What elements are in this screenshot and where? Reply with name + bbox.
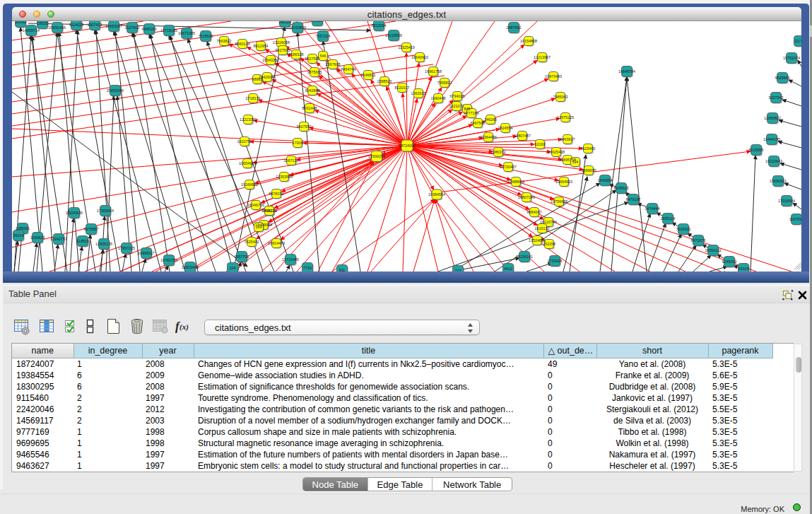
svg-text:10654923: 10654923 [239, 161, 256, 165]
svg-text:9657791: 9657791 [235, 255, 249, 259]
svg-text:1156829: 1156829 [30, 235, 45, 240]
svg-text:95113: 95113 [312, 21, 323, 23]
svg-text:19654923: 19654923 [555, 180, 572, 184]
svg-text:19756928: 19756928 [551, 199, 567, 204]
svg-text:9427552: 9427552 [297, 124, 312, 129]
svg-text:11172: 11172 [794, 39, 801, 43]
svg-text:16648784: 16648784 [618, 69, 635, 74]
svg-text:2367608: 2367608 [326, 62, 341, 66]
svg-text:18724007: 18724007 [399, 144, 416, 148]
svg-text:15692921: 15692921 [770, 179, 787, 183]
svg-text:911: 911 [339, 268, 346, 271]
svg-text:16120746: 16120746 [540, 220, 557, 224]
svg-text:17957225: 17957225 [118, 246, 135, 250]
svg-text:23420046: 23420046 [259, 75, 276, 79]
svg-text:1362615: 1362615 [411, 91, 426, 95]
svg-text:9114023: 9114023 [69, 23, 84, 27]
svg-text:12505135: 12505135 [95, 242, 112, 246]
svg-text:11325419: 11325419 [398, 45, 415, 49]
svg-text:12975125: 12975125 [557, 115, 574, 119]
svg-text:19384554: 19384554 [428, 192, 445, 197]
svg-text:1527602: 1527602 [125, 25, 140, 30]
svg-text:8813054: 8813054 [372, 23, 387, 28]
svg-text:7625402: 7625402 [245, 240, 259, 244]
svg-text:3824554: 3824554 [498, 126, 513, 130]
svg-text:9463627: 9463627 [560, 137, 575, 141]
svg-text:1621072: 1621072 [449, 104, 464, 108]
svg-text:10719185: 10719185 [160, 28, 177, 33]
svg-text:9527505: 9527505 [305, 57, 320, 61]
svg-text:18535: 18535 [37, 21, 48, 25]
svg-text:7632621: 7632621 [676, 227, 691, 231]
svg-text:114519: 114519 [76, 239, 89, 243]
svg-text:1185061: 1185061 [16, 226, 30, 230]
svg-text:14055714: 14055714 [23, 28, 40, 33]
svg-text:8186328: 8186328 [289, 52, 304, 57]
svg-text:15751074: 15751074 [783, 56, 800, 60]
svg-text:25053346: 25053346 [107, 88, 124, 93]
svg-text:12093822: 12093822 [764, 116, 781, 120]
svg-text:9242848: 9242848 [305, 88, 320, 93]
svg-text:20691406: 20691406 [49, 25, 66, 30]
svg-text:16782759: 16782759 [160, 258, 177, 262]
svg-text:9115460: 9115460 [581, 146, 596, 151]
svg-text:10807487: 10807487 [514, 134, 531, 138]
svg-text:1990448: 1990448 [431, 96, 446, 100]
svg-text:63119: 63119 [739, 267, 749, 271]
svg-text:7955812: 7955812 [437, 81, 452, 85]
svg-text:9529966: 9529966 [775, 76, 790, 80]
svg-text:19166822: 19166822 [241, 182, 258, 187]
svg-text:594: 594 [572, 160, 579, 164]
svg-text:10654112: 10654112 [705, 248, 722, 252]
svg-text:8912954: 8912954 [254, 44, 269, 48]
svg-text:13226058: 13226058 [273, 40, 290, 45]
svg-text:3267130: 3267130 [284, 158, 299, 163]
svg-text:4612: 4612 [504, 267, 512, 271]
svg-text:9975857: 9975857 [84, 227, 99, 231]
svg-text:39154: 39154 [13, 233, 24, 238]
svg-text:15716485: 15716485 [282, 257, 299, 262]
svg-text:223: 223 [455, 269, 461, 271]
svg-text:546: 546 [320, 54, 326, 58]
svg-text:7386372: 7386372 [491, 150, 506, 154]
svg-text:10025438: 10025438 [548, 150, 565, 154]
svg-text:16543352: 16543352 [262, 58, 279, 62]
svg-text:20206536: 20206536 [66, 211, 83, 215]
svg-text:10958117: 10958117 [138, 251, 155, 255]
svg-text:9146821: 9146821 [361, 73, 376, 77]
svg-text:16033809: 16033809 [289, 25, 306, 30]
svg-text:164: 164 [256, 225, 262, 229]
svg-text:746266: 746266 [484, 117, 497, 122]
svg-text:18300295: 18300295 [368, 154, 385, 158]
svg-text:16671385: 16671385 [178, 31, 195, 35]
svg-text:5498222: 5498222 [262, 209, 277, 213]
svg-text:104: 104 [230, 266, 236, 270]
svg-text:16961758: 16961758 [425, 69, 442, 74]
svg-text:12942757: 12942757 [50, 237, 67, 241]
svg-text:9777169: 9777169 [464, 111, 479, 115]
svg-text:19218506: 19218506 [385, 33, 402, 37]
svg-text:252254: 252254 [543, 242, 555, 246]
svg-text:2718176: 2718176 [246, 96, 261, 100]
svg-text:10973493: 10973493 [545, 74, 562, 78]
svg-text:7733: 7733 [303, 266, 312, 270]
svg-text:8215955: 8215955 [749, 148, 764, 152]
svg-text:1610755: 1610755 [237, 139, 252, 144]
svg-text:7663822: 7663822 [217, 39, 232, 43]
svg-text:10688609: 10688609 [507, 180, 524, 184]
svg-text:9474444: 9474444 [645, 206, 660, 211]
svg-text:14136141: 14136141 [516, 255, 533, 259]
svg-text:8471676: 8471676 [691, 238, 706, 243]
svg-text:8220317: 8220317 [395, 86, 410, 90]
svg-text:16210643: 16210643 [765, 159, 782, 163]
svg-text:17016504: 17016504 [778, 199, 795, 203]
svg-text:1733426: 1733426 [548, 259, 563, 263]
svg-text:1167531: 1167531 [789, 217, 801, 221]
svg-text:166319: 166319 [278, 21, 291, 24]
svg-text:9684067: 9684067 [527, 210, 542, 214]
svg-text:7357224: 7357224 [316, 34, 331, 38]
svg-text:1640954: 1640954 [598, 178, 613, 182]
svg-text:8031448: 8031448 [302, 106, 317, 110]
svg-text:2887682: 2887682 [507, 25, 522, 30]
svg-text:1615132: 1615132 [535, 226, 550, 230]
